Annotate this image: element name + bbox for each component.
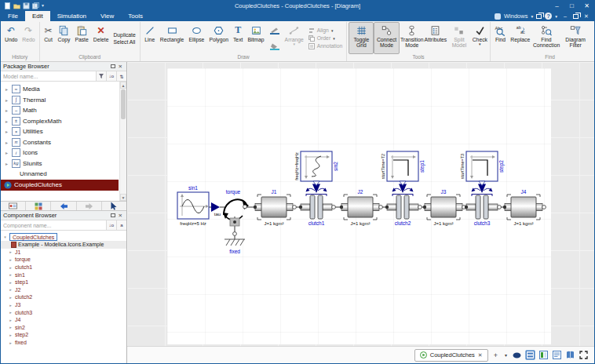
step1-component[interactable]: step1 startTime=T2 [381,151,425,186]
torque-component[interactable]: torque tau [214,189,249,220]
align-button[interactable]: Align ▾ [308,27,343,34]
expander-icon[interactable]: ▸ [4,161,9,166]
icon-view-button[interactable] [538,350,549,360]
package-browser-close-icon[interactable]: ✕ [117,64,124,70]
expander-open-icon[interactable]: ▾ [2,235,8,239]
copy-button[interactable]: Copy [56,22,73,54]
cut-button[interactable]: ✂ Cut [42,22,56,54]
component-browser-close-icon[interactable]: ✕ [117,213,124,219]
component-item-sin1[interactable]: ▸sin1 [1,271,126,278]
windows-menu[interactable]: Windows [504,13,527,20]
component-item-torque[interactable]: ▸torque [1,256,126,264]
sin1-component[interactable]: sin1 freqHz=5 Hz [177,185,209,226]
minimize-button[interactable]: – [549,1,564,11]
component-item-step2[interactable]: ▸step2 [1,331,126,339]
package-filter-input[interactable] [1,71,96,81]
component-item-clutch3[interactable]: ▸clutch3 [1,308,126,316]
component-item-j2[interactable]: ▸J2 [1,286,126,294]
menu-file[interactable]: File [1,11,25,21]
menu-edit[interactable]: Edit [25,11,50,21]
fit-view-button[interactable] [579,350,589,360]
component-example-row[interactable]: Example - Modelica.Icons.Example [1,241,126,249]
line-tool-button[interactable]: Line [142,22,158,54]
help-icon[interactable]: ? [545,13,552,20]
close-button[interactable]: ✕ [579,1,594,11]
new-model-icon[interactable] [4,2,11,9]
component-item-sin2[interactable]: ▸sin2 [1,324,126,332]
expander-icon[interactable]: ▸ [8,318,13,322]
collapse-all-icon[interactable]: ⇅ [116,71,126,81]
toggle-grid-button[interactable]: Toggle Grid [349,22,374,54]
select-all-button[interactable]: Select All [113,39,135,45]
documentation-view-button[interactable] [565,350,575,360]
expander-icon[interactable]: ▸ [8,287,13,292]
expander-icon[interactable]: ▸ [4,86,9,92]
package-tree-scrollbar[interactable]: ▲ ▼ [119,82,126,201]
undo-button[interactable]: ↶ Undo [2,22,20,54]
find-connection-button[interactable]: Find Connection [531,22,560,54]
dock-icon[interactable] [111,213,115,217]
mdi-close-button[interactable]: ✕ [582,13,591,20]
forward-button[interactable] [77,202,102,210]
quick-access-caret-icon[interactable]: ▾ [42,2,44,9]
package-item-siunits[interactable]: ▸ kg SIunits [1,158,126,169]
expander-icon[interactable]: ▸ [8,295,13,300]
go-to-button[interactable]: Go To [590,22,595,54]
expander-icon[interactable]: ▸ [4,140,9,145]
expander-icon[interactable]: ▸ [4,118,9,124]
clutch1-component[interactable]: clutch1 [299,181,336,226]
attributes-button[interactable]: Attributes [425,22,447,54]
windows-caret-icon[interactable]: ▾ [531,14,533,19]
duplicate-button[interactable]: Duplicate [113,32,135,38]
fixed-component[interactable]: fixed [224,217,245,254]
new-tab-button[interactable]: + [491,351,500,359]
component-item-clutch2[interactable]: ▸clutch2 [1,293,126,301]
save-icon[interactable] [23,2,30,9]
sort-icon[interactable]: ↓o [106,71,116,81]
help-caret-icon[interactable]: ▾ [555,14,557,19]
order-button[interactable]: Order ▾ [308,35,343,42]
connect-mode-button[interactable]: Connect Mode [374,22,399,54]
expander-icon[interactable]: ▸ [8,303,13,308]
package-item-complexmath[interactable]: ▸ ± ComplexMath [1,116,126,127]
diagram-canvas[interactable]: sin1 freqHz=5 Hz torque tau [127,62,594,363]
expander-icon[interactable]: ▸ [4,150,9,155]
diagram-sheet[interactable]: sin1 freqHz=5 Hz torque tau [167,68,551,344]
replace-button[interactable]: abac Replace [509,22,531,54]
expander-icon[interactable]: ▸ [4,129,9,134]
save-all-icon[interactable] [32,2,39,9]
component-item-fixed[interactable]: ▸fixed [1,339,126,347]
clutch2-component[interactable]: clutch2 [385,181,422,226]
diagram-view-button[interactable] [525,350,535,360]
filter-funnel-icon[interactable] [96,71,106,81]
package-item-unnamed[interactable]: Unnamed [1,169,126,180]
expander-icon[interactable]: ▸ [8,257,13,262]
package-item-coupledclutches[interactable]: CoupledClutches [1,180,119,191]
package-item-thermal[interactable]: ▸ ∫ Thermal [1,95,126,106]
line-color-swatch[interactable] [269,24,280,38]
package-grid-button[interactable] [26,202,51,210]
scroll-down-icon[interactable]: ▼ [120,194,126,201]
component-item-j3[interactable]: ▸J3 [1,301,126,309]
class-tab-coupledclutches[interactable]: CoupledClutches ✕ [414,349,488,362]
menu-view[interactable]: View [93,11,121,21]
package-item-math[interactable]: ▸ ~ Math [1,105,126,116]
cascade-windows-icon[interactable] [536,14,542,19]
delete-button[interactable]: ✕ Delete [91,22,111,54]
package-item-constants[interactable]: ▸ π Constants [1,137,126,148]
back-button[interactable] [51,202,76,210]
tab-list-caret-icon[interactable]: ▾ [503,352,509,358]
diagram-filter-button[interactable]: Diagram Filter [561,22,590,54]
paste-button[interactable]: Paste [72,22,90,54]
expander-icon[interactable]: ▸ [4,107,9,113]
bitmap-tool-button[interactable]: Bitmap [245,22,266,54]
signal-connector-arrow[interactable] [211,202,220,212]
component-item-step1[interactable]: ▸step1 [1,278,126,286]
expander-icon[interactable]: ▸ [8,325,13,329]
mdi-restore-button[interactable] [573,14,579,19]
mdi-minimize-button[interactable]: – [560,13,570,19]
annotation-button[interactable]: Annotation [308,43,343,49]
dock-icon[interactable] [111,64,115,68]
component-item-j4[interactable]: ▸J4 [1,316,126,324]
clutch3-component[interactable]: clutch3 [465,181,502,226]
